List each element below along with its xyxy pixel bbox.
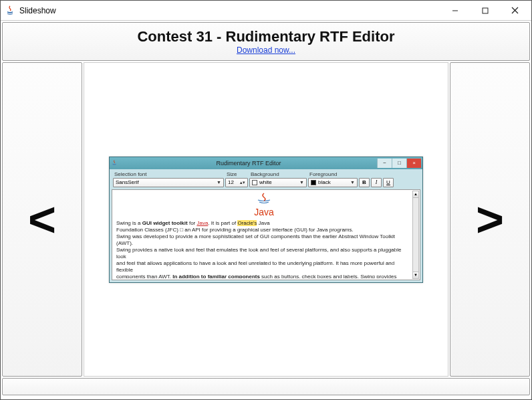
doc-line-3: Swing was developed to provide a more so… <box>116 233 412 247</box>
label-size: Size <box>225 171 249 177</box>
label-background: Background <box>249 171 308 177</box>
rtf-toolbar-labels: Selection font Size Background Foregroun… <box>112 171 420 177</box>
text: components than AWT. <box>116 274 172 278</box>
minimize-button[interactable] <box>440 1 470 20</box>
maximize-button[interactable] <box>470 1 500 20</box>
bold-button[interactable]: B <box>359 178 370 187</box>
page-title: Contest 31 - Rudimentary RTF Editor <box>137 28 394 45</box>
size-spinner[interactable]: 12 ▴▾ <box>225 178 248 187</box>
footer-panel <box>2 378 530 395</box>
rtf-maximize-button[interactable]: □ <box>392 159 406 168</box>
rtf-document-wrap: Java Swing is a GUI widget toolkit for J… <box>112 189 420 280</box>
close-button[interactable] <box>500 1 530 20</box>
svg-rect-1 <box>483 8 488 13</box>
rtf-body: Selection font Size Background Foregroun… <box>110 169 422 282</box>
middle-row: < Rudimentary RTF Editor − □ × <box>2 62 530 377</box>
rtf-minimize-button[interactable]: − <box>377 159 392 168</box>
rtf-toolbar: SansSerif ▼ 12 ▴▾ white ▼ <box>112 177 420 189</box>
text: Swing is a <box>116 220 142 226</box>
prev-button[interactable]: < <box>2 62 82 377</box>
color-swatch-white <box>252 180 257 185</box>
rtf-titlebar: Rudimentary RTF Editor − □ × <box>110 157 422 169</box>
chevron-down-icon: ▼ <box>299 180 304 185</box>
doc-line-1: Swing is a GUI widget toolkit for Java. … <box>116 220 412 227</box>
text: for <box>188 220 197 226</box>
color-swatch-black <box>311 180 316 185</box>
background-combo[interactable]: white ▼ <box>249 178 307 187</box>
background-value: white <box>259 179 272 185</box>
java-cup-icon <box>5 5 15 16</box>
scroll-down-button[interactable]: ▼ <box>413 272 418 278</box>
label-foreground: Foreground <box>308 171 419 177</box>
underline-button[interactable]: U <box>383 178 394 187</box>
rtf-editor-window: Rudimentary RTF Editor − □ × Selection f… <box>109 157 423 283</box>
java-link[interactable]: Java <box>196 220 208 226</box>
next-button[interactable]: > <box>450 62 530 377</box>
java-cup-icon <box>111 160 118 167</box>
app-body: Contest 31 - Rudimentary RTF Editor Down… <box>1 21 531 400</box>
window-title: Slideshow <box>19 6 440 15</box>
java-logo: Java <box>116 193 412 219</box>
vertical-scrollbar[interactable]: ▲ ▼ <box>412 191 419 279</box>
java-steam-icon <box>254 193 274 205</box>
doc-line-2: Foundation Classes (JFC) □ an API for pr… <box>116 227 412 233</box>
chevron-right-icon: > <box>476 192 504 247</box>
size-value: 12 <box>228 179 234 185</box>
text-bold: GUI widget toolkit <box>142 220 188 226</box>
foreground-combo[interactable]: black ▼ <box>308 178 358 187</box>
text: . It is part of <box>208 220 237 226</box>
text: Java <box>257 220 269 226</box>
doc-line-5: and feel that allows applications to hav… <box>116 260 412 274</box>
chevron-down-icon: ▼ <box>350 180 355 185</box>
spinner-arrows-icon: ▴▾ <box>240 180 245 185</box>
rtf-window-buttons: − □ × <box>377 159 421 168</box>
text-bold: In addition to familiar components <box>172 274 260 278</box>
font-combo[interactable]: SansSerif ▼ <box>113 178 224 187</box>
doc-line-4: Swing provides a native look and feel th… <box>116 247 412 260</box>
rtf-window-title: Rudimentary RTF Editor <box>120 160 377 167</box>
window-buttons <box>440 1 530 20</box>
download-link[interactable]: Download now... <box>237 45 295 55</box>
header-panel: Contest 31 - Rudimentary RTF Editor Down… <box>2 22 530 61</box>
rtf-close-button[interactable]: × <box>406 159 421 168</box>
italic-button[interactable]: I <box>371 178 382 187</box>
text-highlight: Oracle's <box>237 220 257 226</box>
rtf-document[interactable]: Java Swing is a GUI widget toolkit for J… <box>114 191 418 278</box>
label-selection-font: Selection font <box>113 171 225 177</box>
window-titlebar: Slideshow <box>1 1 531 21</box>
java-logo-text: Java <box>116 207 412 219</box>
chevron-down-icon: ▼ <box>217 180 221 185</box>
font-combo-value: SansSerif <box>116 179 139 185</box>
foreground-value: black <box>318 179 331 185</box>
scroll-up-button[interactable]: ▲ <box>413 191 418 198</box>
chevron-left-icon: < <box>28 192 56 247</box>
slide-area: Rudimentary RTF Editor − □ × Selection f… <box>84 62 448 377</box>
doc-line-6: components than AWT. In addition to fami… <box>116 274 412 278</box>
